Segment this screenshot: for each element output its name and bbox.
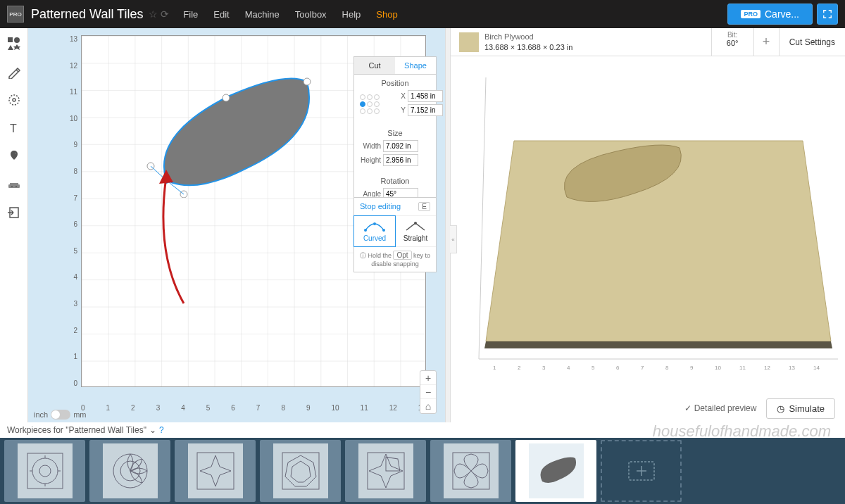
- svg-point-5: [9, 95, 19, 105]
- svg-line-25: [479, 77, 486, 359]
- detailed-preview-toggle[interactable]: ✓ Detailed preview: [684, 403, 757, 413]
- svg-point-44: [32, 458, 58, 484]
- svg-marker-28: [484, 341, 832, 348]
- workpiece-tile[interactable]: [4, 440, 85, 502]
- svg-rect-50: [282, 453, 319, 489]
- preview-3d-viewport[interactable]: 1234567891011121314: [451, 56, 845, 394]
- snapping-hint: ⓘ Hold the Opt key to disable snapping: [354, 247, 436, 272]
- workpiece-tile-active[interactable]: [515, 440, 596, 502]
- width-input[interactable]: [383, 140, 418, 152]
- unit-toggle[interactable]: inch mm: [34, 410, 87, 420]
- menu-toolbox[interactable]: Toolbox: [295, 9, 327, 20]
- svg-point-45: [39, 465, 51, 477]
- svg-text:13: 13: [789, 365, 795, 371]
- carve-button[interactable]: PRO Carve...: [727, 4, 813, 25]
- svg-point-23: [382, 229, 385, 232]
- properties-panel: Cut Shape Position X Y Size Width Height: [353, 56, 437, 207]
- workpiece-tile[interactable]: [89, 440, 170, 502]
- zoom-fit-button[interactable]: ⌂: [420, 399, 436, 413]
- stamp-tool-icon[interactable]: [4, 175, 24, 194]
- svg-text:5: 5: [592, 365, 595, 371]
- svg-point-24: [414, 222, 417, 225]
- workpiece-tile[interactable]: [430, 440, 511, 502]
- svg-marker-55: [379, 452, 405, 478]
- svg-marker-2: [8, 45, 13, 50]
- zoom-in-button[interactable]: +: [420, 371, 436, 385]
- design-canvas[interactable]: 131211109876543210: [28, 28, 445, 422]
- svg-point-4: [13, 99, 15, 101]
- svg-rect-0: [8, 37, 13, 42]
- tab-shape[interactable]: Shape: [395, 57, 436, 74]
- svg-text:2: 2: [518, 365, 521, 371]
- anchor-selector[interactable]: [360, 94, 380, 114]
- workpieces-strip: [0, 438, 845, 504]
- node-type-curved[interactable]: Curved: [353, 215, 396, 247]
- workpiece-tile[interactable]: [175, 440, 256, 502]
- zoom-out-button[interactable]: −: [420, 385, 436, 399]
- zoom-controls: + − ⌂: [420, 370, 437, 414]
- pro-badge: PRO: [741, 10, 760, 18]
- svg-marker-52: [291, 461, 311, 482]
- svg-text:8: 8: [665, 365, 669, 371]
- tab-cut[interactable]: Cut: [354, 57, 395, 74]
- drill-tool-icon[interactable]: [4, 90, 24, 110]
- menu-file[interactable]: File: [183, 9, 198, 20]
- svg-text:3: 3: [542, 365, 546, 371]
- text-tool-icon[interactable]: T: [4, 118, 24, 138]
- pen-tool-icon[interactable]: [4, 62, 24, 82]
- fullscreen-button[interactable]: [817, 4, 838, 25]
- main-menu: File Edit Machine Toolbox Help Shop: [183, 9, 397, 20]
- svg-text:9: 9: [690, 365, 694, 371]
- svg-text:6: 6: [616, 365, 620, 371]
- svg-text:T: T: [10, 122, 17, 134]
- menu-machine[interactable]: Machine: [245, 9, 280, 20]
- svg-marker-51: [285, 455, 316, 486]
- svg-text:7: 7: [641, 365, 644, 371]
- svg-point-21: [364, 229, 367, 232]
- svg-point-1: [14, 37, 20, 43]
- workpieces-header[interactable]: Workpieces for "Patterned Wall Tiles" ⌄ …: [0, 422, 845, 438]
- position-x-input[interactable]: [408, 90, 443, 102]
- keyboard-shortcut-badge: E: [418, 202, 430, 211]
- cut-settings-button[interactable]: Cut Settings: [780, 28, 845, 56]
- svg-text:14: 14: [813, 365, 820, 371]
- svg-point-22: [373, 222, 376, 225]
- svg-point-10: [15, 186, 17, 187]
- menu-edit[interactable]: Edit: [213, 9, 229, 20]
- annotation-arrow-icon: [149, 170, 205, 310]
- workpiece-tile[interactable]: [260, 440, 341, 502]
- menu-shop[interactable]: Shop: [376, 9, 397, 20]
- rotation-heading: Rotation: [360, 177, 430, 185]
- chevron-down-icon: ⌄: [149, 425, 156, 435]
- favorite-star-icon[interactable]: ☆ ⟳: [149, 8, 169, 20]
- size-heading: Size: [360, 129, 430, 137]
- bit-selector[interactable]: Bit: 60°: [712, 28, 754, 56]
- menu-help[interactable]: Help: [342, 9, 361, 20]
- svg-text:12: 12: [764, 365, 770, 371]
- svg-marker-49: [200, 455, 231, 486]
- svg-point-13: [303, 78, 311, 85]
- svg-marker-3: [13, 44, 20, 50]
- svg-text:11: 11: [739, 365, 746, 371]
- y-axis-labels: 131211109876543210: [63, 35, 77, 387]
- help-icon[interactable]: ?: [159, 425, 164, 435]
- apps-tool-icon[interactable]: [4, 146, 24, 166]
- node-edit-panel: Stop editing E Curved Straight ⓘ Hold th…: [353, 197, 437, 272]
- left-toolbar: T: [0, 28, 28, 422]
- svg-rect-48: [197, 453, 234, 489]
- material-selector[interactable]: Birch Plywood 13.688 × 13.688 × 0.23 in: [451, 28, 712, 56]
- stop-editing-button[interactable]: Stop editing E: [354, 198, 436, 216]
- node-type-straight[interactable]: Straight: [395, 216, 436, 246]
- height-input[interactable]: [383, 154, 418, 166]
- simulate-button[interactable]: ◷ Simulate: [766, 398, 835, 419]
- svg-text:4: 4: [567, 365, 570, 371]
- shapes-tool-icon[interactable]: [4, 34, 24, 53]
- svg-point-14: [223, 94, 230, 101]
- position-y-input[interactable]: [408, 104, 443, 116]
- import-tool-icon[interactable]: [4, 203, 24, 222]
- add-bit-button[interactable]: +: [754, 28, 780, 56]
- workpiece-tile[interactable]: [345, 440, 426, 502]
- toggle-switch[interactable]: [51, 410, 70, 420]
- add-workpiece-button[interactable]: [601, 440, 682, 502]
- material-swatch-icon: [459, 32, 479, 52]
